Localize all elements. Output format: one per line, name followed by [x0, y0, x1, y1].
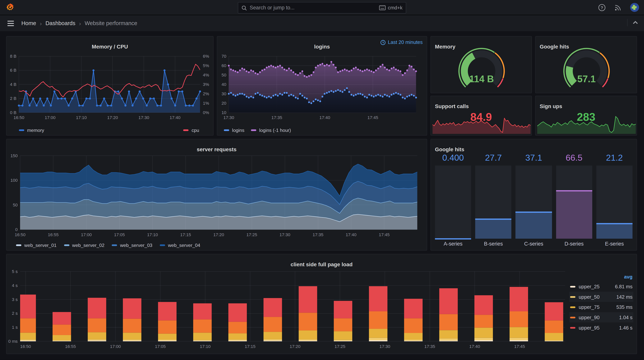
- stacked-bar-segment[interactable]: [228, 322, 247, 333]
- stacked-bar-segment[interactable]: [474, 328, 493, 338]
- grafana-logo-icon[interactable]: [6, 3, 15, 12]
- legend-table-header[interactable]: avg: [569, 272, 633, 282]
- user-avatar[interactable]: [630, 3, 639, 12]
- stacked-bar-segment[interactable]: [369, 311, 387, 329]
- stacked-bar-segment[interactable]: [52, 335, 71, 340]
- stacked-bar-segment[interactable]: [264, 332, 282, 339]
- stacked-bar-segment[interactable]: [439, 338, 458, 340]
- stacked-bar-segment[interactable]: [123, 298, 141, 318]
- stacked-bar-segment[interactable]: [369, 329, 387, 338]
- stacked-bar-segment[interactable]: [404, 333, 422, 340]
- legend-item[interactable]: memory: [19, 128, 44, 133]
- stacked-bar-segment[interactable]: [193, 340, 212, 341]
- stacked-bar-segment[interactable]: [545, 340, 563, 341]
- stacked-bar-segment[interactable]: [298, 330, 317, 340]
- legend-table-row[interactable]: upper_50142 ms: [569, 292, 633, 302]
- stacked-bar-segment[interactable]: [264, 339, 282, 341]
- news-rss-icon[interactable]: [614, 4, 622, 11]
- stacked-bar-segment[interactable]: [298, 313, 317, 330]
- stacked-bar-segment[interactable]: [545, 333, 563, 340]
- legend-item[interactable]: cpu: [184, 128, 199, 133]
- stacked-bar-segment[interactable]: [228, 304, 247, 322]
- stacked-bar-segment[interactable]: [158, 320, 176, 334]
- bar-gauge-column[interactable]: 37.1C-series: [516, 152, 552, 248]
- stacked-bar-segment[interactable]: [439, 330, 458, 338]
- bar-gauge-column[interactable]: 21.2E-series: [596, 152, 632, 248]
- memory-gauge[interactable]: 114 B: [431, 36, 532, 94]
- stacked-bar-segment[interactable]: [52, 312, 71, 325]
- stacked-bar-segment[interactable]: [369, 340, 387, 342]
- chevron-up-icon[interactable]: [632, 20, 638, 24]
- stacked-bar-segment[interactable]: [264, 298, 282, 317]
- stacked-bar-segment[interactable]: [18, 333, 36, 340]
- stacked-bar-segment[interactable]: [52, 340, 71, 341]
- logins-chart[interactable]: 1020304050607017:3017:3517:4017:45: [217, 36, 428, 136]
- legend-item[interactable]: logins (-1 hour): [251, 128, 291, 133]
- stacked-bar-segment[interactable]: [474, 338, 493, 340]
- stacked-bar-segment[interactable]: [334, 341, 352, 342]
- stacked-bar-segment[interactable]: [545, 341, 563, 342]
- stacked-bar-segment[interactable]: [193, 319, 212, 332]
- stacked-bar-segment[interactable]: [439, 288, 458, 314]
- stacked-bar-segment[interactable]: [228, 341, 247, 342]
- stacked-bar-segment[interactable]: [158, 302, 176, 320]
- stacked-bar-segment[interactable]: [474, 295, 493, 315]
- stacked-bar-segment[interactable]: [52, 341, 71, 342]
- stacked-bar-segment[interactable]: [52, 324, 71, 335]
- stacked-bar-segment[interactable]: [474, 315, 493, 328]
- stacked-bar-segment[interactable]: [18, 341, 36, 342]
- stacked-bar-segment[interactable]: [158, 340, 176, 341]
- stacked-bar-segment[interactable]: [439, 340, 458, 341]
- stacked-bar-segment[interactable]: [88, 332, 106, 339]
- bar-gauge-column[interactable]: 66.5D-series: [556, 152, 592, 248]
- page-load-chart[interactable]: 0 ms1 s2 s3 s4 s5 s16:5016:5517:0017:051…: [6, 254, 637, 354]
- breadcrumb-home[interactable]: Home: [21, 20, 36, 26]
- stacked-bar-segment[interactable]: [18, 295, 36, 318]
- stacked-bar-segment[interactable]: [369, 338, 387, 340]
- search-input[interactable]: Search or jump to... cmd+k: [238, 2, 406, 14]
- legend-table-row[interactable]: upper_901.04 s: [569, 312, 633, 322]
- stacked-bar-segment[interactable]: [88, 298, 106, 318]
- stacked-bar-segment[interactable]: [228, 333, 247, 340]
- stacked-bar-segment[interactable]: [404, 299, 422, 318]
- stacked-bar-segment[interactable]: [18, 318, 36, 333]
- stacked-bar-segment[interactable]: [88, 340, 106, 341]
- memory-cpu-chart[interactable]: 0 B2 B4 B6 B8 B0%1%2%3%4%5%6%16:5017:001…: [6, 36, 214, 136]
- google-hits-gauge[interactable]: 57.1: [536, 36, 637, 94]
- stacked-bar-segment[interactable]: [334, 318, 352, 332]
- legend-item[interactable]: web_server_03: [112, 243, 152, 248]
- stacked-bar-segment[interactable]: [193, 333, 212, 340]
- stacked-bar-segment[interactable]: [88, 318, 106, 332]
- stacked-bar-segment[interactable]: [158, 341, 176, 342]
- stacked-bar-segment[interactable]: [404, 340, 422, 341]
- legend-item[interactable]: web_server_01: [16, 243, 56, 248]
- stacked-bar-segment[interactable]: [264, 340, 282, 341]
- stacked-bar-segment[interactable]: [474, 340, 493, 342]
- stacked-bar-segment[interactable]: [123, 319, 141, 333]
- stacked-bar-segment[interactable]: [123, 341, 141, 342]
- stacked-bar-segment[interactable]: [369, 286, 387, 311]
- stacked-bar-segment[interactable]: [264, 317, 282, 332]
- help-icon[interactable]: ?: [598, 4, 606, 11]
- legend-item[interactable]: web_server_02: [64, 243, 104, 248]
- stacked-bar-segment[interactable]: [158, 334, 176, 340]
- stacked-bar-segment[interactable]: [510, 340, 528, 342]
- stacked-bar-segment[interactable]: [510, 338, 528, 340]
- stacked-bar-segment[interactable]: [193, 341, 212, 342]
- stacked-bar-segment[interactable]: [510, 311, 528, 327]
- legend-item[interactable]: logins: [224, 128, 244, 133]
- stacked-bar-segment[interactable]: [18, 340, 36, 341]
- panel-title[interactable]: Sign ups: [536, 101, 636, 112]
- stacked-bar-segment[interactable]: [123, 340, 141, 341]
- stacked-bar-segment[interactable]: [123, 333, 141, 340]
- stacked-bar-segment[interactable]: [193, 304, 212, 320]
- stacked-bar-segment[interactable]: [334, 331, 352, 340]
- stacked-bar-segment[interactable]: [298, 341, 317, 342]
- stacked-bar-segment[interactable]: [510, 287, 528, 312]
- stacked-bar-segment[interactable]: [334, 340, 352, 341]
- stacked-bar-segment[interactable]: [439, 314, 458, 330]
- bar-gauge-column[interactable]: 27.7B-series: [475, 152, 512, 248]
- bar-gauge[interactable]: 0.400A-series27.7B-series37.1C-series66.…: [435, 152, 632, 248]
- legend-table-row[interactable]: upper_75535 ms: [569, 302, 633, 312]
- stacked-bar-segment[interactable]: [545, 302, 563, 320]
